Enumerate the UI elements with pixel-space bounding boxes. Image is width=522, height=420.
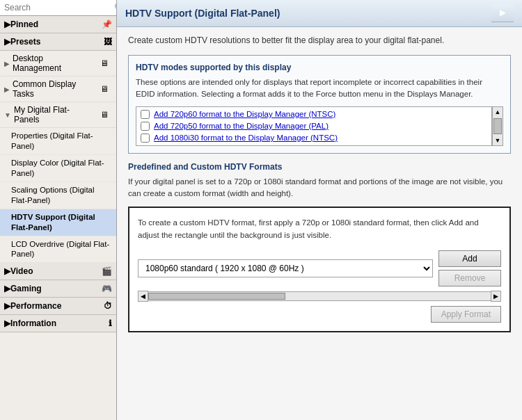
checkbox-720p50-input[interactable] (141, 122, 150, 131)
monitor-icon: 🖥 (97, 107, 112, 122)
hdtv-modes-section: HDTV modes supported by this display The… (128, 55, 511, 154)
checkbox-1080i30-input[interactable] (141, 134, 150, 143)
custom-format-box: To create a custom HDTV format, first ap… (128, 207, 511, 332)
sidebar-item-scaling-options[interactable]: Scaling Options (Digital Flat-Panel) (0, 182, 116, 209)
arrow-icon: ▶ (4, 37, 10, 47)
monitor-icon: 🖥 (97, 81, 112, 97)
checkbox-1080i30: Add 1080i30 format to the Display Manage… (138, 132, 490, 144)
sidebar-item-label: Presets (10, 37, 104, 47)
sidebar-item-label: My Digital Flat-Panels (14, 105, 94, 124)
checkbox-720p50: Add 720p50 format to the Display Manager… (138, 120, 490, 132)
scrollbar-right-arrow[interactable]: ▶ (491, 291, 501, 302)
arrow-down-icon: ▼ (4, 111, 11, 119)
search-button[interactable]: 🔍 (111, 1, 117, 14)
gaming-icon: 🎮 (102, 284, 112, 293)
sidebar: 🔍 ◀◀ ▶ Pinned 📌 ▶ Presets 🖼 ▶ DesktopMan… (0, 0, 117, 420)
video-icon: 🎬 (102, 266, 112, 276)
sidebar-item-display-color[interactable]: Display Color (Digital Flat-Panel) (0, 155, 116, 182)
scrollbar-thumb[interactable] (493, 118, 502, 134)
scrollbar-down-arrow[interactable]: ▼ (493, 136, 503, 145)
sidebar-item-properties[interactable]: Properties (Digital Flat-Panel) (0, 128, 116, 155)
apply-format-row: Apply Format (138, 306, 501, 323)
checkbox-720p60-label[interactable]: Add 720p60 format to the Display Manager… (154, 110, 335, 118)
format-select[interactable]: 1080p60 standard ( 1920 x 1080 @ 60Hz ) (138, 259, 433, 277)
sidebar-item-label: DesktopManagement (13, 54, 94, 73)
sidebar-item-label: Gaming (10, 284, 102, 293)
page-title: HDTV Support (Digital Flat-Panel) (125, 8, 280, 19)
page-subtitle: Create custom HDTV resolutions to better… (128, 35, 511, 45)
pin-icon: 📌 (102, 19, 112, 29)
sidebar-sub-item-label: Scaling Options (Digital Flat-Panel) (11, 185, 111, 206)
sidebar-item-information[interactable]: ▶ Information ℹ (0, 315, 116, 332)
apply-format-button[interactable]: Apply Format (431, 306, 501, 323)
arrow-icon: ▶ (4, 284, 10, 293)
checkbox-720p60: Add 720p60 format to the Display Manager… (138, 108, 490, 120)
arrow-icon: ▶ (4, 60, 10, 67)
search-bar: 🔍 ◀◀ (0, 0, 116, 16)
sidebar-item-common-display[interactable]: ▶ Common Display Tasks 🖥 (0, 76, 116, 102)
sidebar-item-label: Pinned (10, 19, 102, 29)
sidebar-item-label: Performance (10, 301, 104, 311)
preset-icon: 🖼 (104, 37, 112, 47)
sidebar-sub-item-label: HDTV Support (Digital Flat-Panel) (11, 212, 111, 233)
sidebar-list: ▶ Pinned 📌 ▶ Presets 🖼 ▶ DesktopManageme… (0, 16, 116, 420)
hdtv-modes-title: HDTV modes supported by this display (136, 63, 503, 72)
sidebar-item-gaming[interactable]: ▶ Gaming 🎮 (0, 280, 116, 298)
button-column: Add Remove (438, 250, 501, 286)
arrow-icon: ▶ (4, 19, 10, 29)
sidebar-item-label: Information (10, 318, 109, 328)
format-row: 1080p60 standard ( 1920 x 1080 @ 60Hz ) … (138, 250, 501, 286)
sidebar-item-video[interactable]: ▶ Video 🎬 (0, 263, 116, 280)
main-body: Create custom HDTV resolutions to better… (117, 27, 522, 420)
add-button[interactable]: Add (438, 250, 501, 267)
checkbox-1080i30-label[interactable]: Add 1080i30 format to the Display Manage… (154, 134, 338, 142)
checkbox-720p50-label[interactable]: Add 720p50 format to the Display Manager… (154, 122, 329, 130)
predefined-section: Predefined and Custom HDTV Formats If yo… (128, 162, 511, 200)
info-icon: ℹ (109, 318, 112, 328)
sidebar-sub-item-label: Properties (Digital Flat-Panel) (11, 131, 111, 152)
main-header: HDTV Support (Digital Flat-Panel) ▶ (117, 0, 522, 27)
sidebar-sub-item-label: Display Color (Digital Flat-Panel) (11, 158, 111, 179)
checkbox-list-scrollbar[interactable]: ▲ ▼ (492, 106, 503, 146)
arrow-icon: ▶ (4, 266, 10, 276)
monitor-icon: 🖥 (97, 56, 112, 71)
checkbox-list: Add 720p60 format to the Display Manager… (136, 106, 492, 146)
sidebar-item-pinned[interactable]: ▶ Pinned 📌 (0, 16, 116, 33)
performance-icon: ⏱ (104, 301, 112, 311)
predefined-title: Predefined and Custom HDTV Formats (128, 162, 511, 172)
horizontal-scrollbar: ◀ ▶ (138, 291, 501, 302)
sidebar-item-label: Common Display Tasks (13, 79, 94, 99)
amd-logo: ▶ (491, 4, 514, 22)
remove-button[interactable]: Remove (438, 270, 501, 286)
scrollbar-track[interactable] (148, 291, 491, 301)
custom-desc: To create a custom HDTV format, first ap… (138, 216, 501, 242)
hdtv-modes-desc: These options are intended only for disp… (136, 76, 503, 101)
sidebar-item-lcd-overdrive[interactable]: LCD Overdrive (Digital Flat-Panel) (0, 236, 116, 264)
sidebar-item-my-digital[interactable]: ▼ My Digital Flat-Panels 🖥 (0, 102, 116, 128)
sidebar-sub-item-label: LCD Overdrive (Digital Flat-Panel) (11, 239, 111, 260)
scrollbar-left-arrow[interactable]: ◀ (138, 291, 148, 302)
arrow-icon: ▶ (4, 86, 10, 93)
arrow-icon: ▶ (4, 301, 10, 311)
sidebar-item-presets[interactable]: ▶ Presets 🖼 (0, 33, 116, 51)
sidebar-item-desktop-management[interactable]: ▶ DesktopManagement 🖥 (0, 51, 116, 76)
search-input[interactable] (1, 1, 111, 14)
checkbox-list-wrapper: Add 720p60 format to the Display Manager… (136, 106, 503, 146)
arrow-icon: ▶ (4, 318, 10, 328)
predefined-desc: If your digital panel is set to a 720p o… (128, 176, 511, 200)
sidebar-item-hdtv-support[interactable]: HDTV Support (Digital Flat-Panel) (0, 209, 116, 236)
main-content: HDTV Support (Digital Flat-Panel) ▶ Crea… (117, 0, 522, 420)
sidebar-item-label: Video (10, 266, 102, 276)
scrollbar-h-thumb (148, 293, 285, 300)
scrollbar-up-arrow[interactable]: ▲ (493, 107, 503, 117)
sidebar-item-performance[interactable]: ▶ Performance ⏱ (0, 298, 116, 315)
checkbox-720p60-input[interactable] (141, 110, 150, 119)
